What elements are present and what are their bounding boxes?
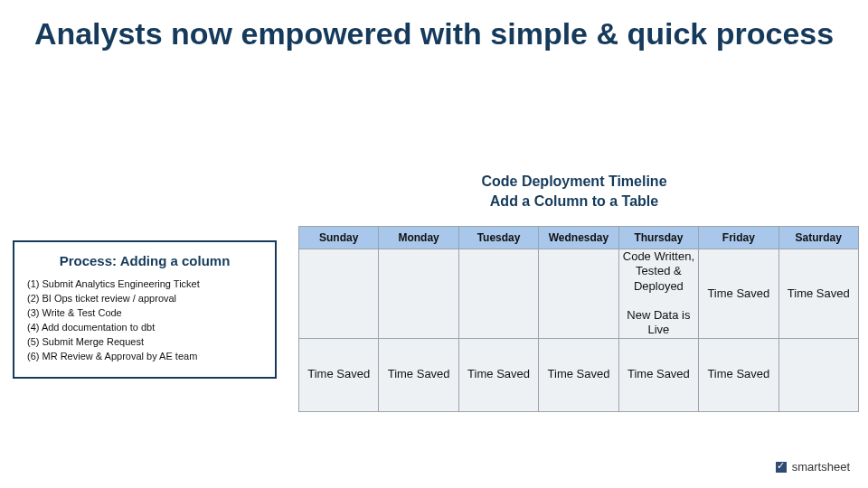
day-header: Saturday — [778, 227, 858, 249]
process-step: (1) Submit Analytics Engineering Ticket — [27, 277, 262, 292]
process-box: Process: Adding a column (1) Submit Anal… — [13, 240, 277, 379]
timeline-cell: Time Saved — [458, 338, 538, 411]
process-step: (4) Add documentation to dbt — [27, 321, 262, 335]
timeline-table: Sunday Monday Tuesday Wednesday Thursday… — [298, 226, 859, 412]
brand-logo: smartsheet — [776, 460, 850, 474]
timeline-cell — [778, 338, 858, 411]
brand-mark-icon — [776, 462, 787, 473]
timeline-cell — [299, 249, 379, 339]
timeline-heading-line1: Code Deployment Timeline — [481, 174, 666, 189]
timeline-cell — [539, 249, 618, 339]
day-header: Thursday — [618, 227, 698, 249]
day-header: Wednesday — [539, 227, 618, 249]
timeline-cell: Time Saved — [379, 338, 458, 411]
day-header: Tuesday — [458, 227, 538, 249]
day-header: Monday — [379, 227, 458, 249]
timeline-cell: Time Saved — [699, 338, 778, 411]
timeline-cell — [379, 249, 458, 339]
timeline-cell: Time Saved — [539, 338, 618, 411]
deploy-line2: New Data is Live — [627, 308, 690, 336]
deploy-line1: Code Written, Tested & Deployed — [623, 249, 694, 293]
timeline-cell — [458, 249, 538, 339]
timeline-row-1: Code Written, Tested & Deployed New Data… — [299, 249, 859, 339]
process-step: (5) Submit Merge Request — [27, 335, 262, 350]
timeline-cell-deploy: Code Written, Tested & Deployed New Data… — [618, 249, 698, 339]
slide: Analysts now empowered with simple & qui… — [0, 0, 868, 488]
day-header: Sunday — [299, 227, 379, 249]
day-header: Friday — [699, 227, 778, 249]
timeline-cell: Time Saved — [299, 338, 379, 411]
timeline-cell: Time Saved — [699, 249, 778, 339]
slide-title: Analysts now empowered with simple & qui… — [0, 16, 868, 52]
process-step: (3) Write & Test Code — [27, 306, 262, 321]
process-step: (2) BI Ops ticket review / approval — [27, 292, 262, 306]
timeline-header-row: Sunday Monday Tuesday Wednesday Thursday… — [299, 227, 859, 249]
process-heading: Process: Adding a column — [27, 253, 262, 268]
timeline-cell: Time Saved — [618, 338, 698, 411]
timeline-row-2: Time Saved Time Saved Time Saved Time Sa… — [299, 338, 859, 411]
timeline-cell: Time Saved — [778, 249, 858, 339]
timeline-heading: Code Deployment Timeline Add a Column to… — [289, 172, 859, 211]
timeline-heading-line2: Add a Column to a Table — [490, 193, 658, 209]
process-step: (6) MR Review & Approval by AE team — [27, 350, 262, 364]
brand-name: smartsheet — [792, 460, 850, 474]
